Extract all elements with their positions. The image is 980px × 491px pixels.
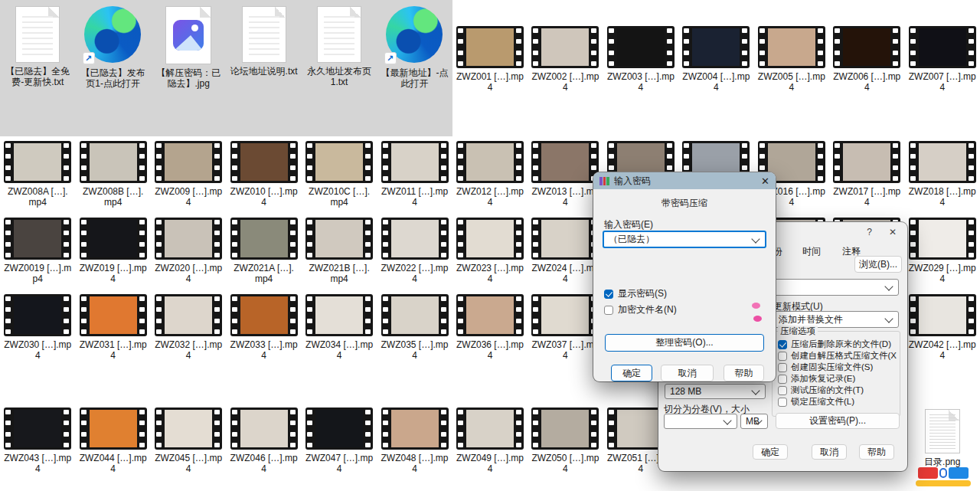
show-password-checkbox[interactable]: 显示密码(S) (604, 287, 667, 300)
password-input[interactable]: （已隐去） (603, 231, 766, 248)
video-file[interactable]: ZWZ008B […].mp4 (75, 136, 150, 213)
file-label: ZWZ050 […].mp4 (529, 453, 601, 474)
edge-shortcut[interactable]: ↗【最新地址】-点此打开 (377, 0, 452, 136)
organize-passwords-button[interactable]: 整理密码(O)... (605, 334, 764, 352)
password-input-label: 输入密码(E) (604, 218, 653, 231)
file-label: ZWZ043 […].mp4 (2, 453, 74, 474)
close-icon[interactable]: ✕ (889, 227, 897, 237)
ok-button[interactable]: 确定 (753, 444, 788, 460)
video-file[interactable]: ZWZ030 […].mp4 (0, 290, 75, 403)
video-file[interactable]: ZWZ044 […].mp4 (75, 403, 150, 491)
video-file[interactable]: ZWZ007 […].mp4 (905, 0, 980, 136)
video-file[interactable]: ZWZ046 […].mp4 (226, 403, 301, 491)
compression-option-checkbox[interactable]: 测试压缩的文件(T) (778, 385, 897, 396)
video-file[interactable]: ZWZ031 […].mp4 (75, 290, 150, 403)
help-button[interactable]: 帮助 (724, 365, 764, 381)
encrypt-filenames-checkbox[interactable]: 加密文件名(N) (604, 303, 677, 316)
video-file-icon (456, 26, 524, 68)
video-file[interactable]: ZWZ042 […].mp4 (905, 290, 980, 403)
video-thumbnail (315, 220, 363, 257)
video-file-icon (531, 218, 599, 260)
help-button[interactable]: 帮助 (859, 444, 894, 460)
ok-button[interactable]: 确定 (611, 365, 652, 381)
file-label: ZWZ021A […].mp4 (227, 263, 299, 284)
password-dialog: 输入密码 ✕ 带密码压缩 输入密码(E) （已隐去） 显示密码(S) 加密文件名… (593, 172, 776, 381)
video-file-icon (80, 408, 147, 450)
video-file[interactable]: ZWZ011 […].mp4 (377, 136, 452, 213)
video-file[interactable]: ZWZ0019 […].mp4 (0, 213, 75, 290)
compression-option-checkbox[interactable]: 锁定压缩文件(L) (778, 396, 897, 408)
video-file[interactable]: ZWZ024 […].mp4 (528, 213, 603, 290)
video-file[interactable]: ZWZ029 […].mp4 (905, 213, 980, 290)
video-file[interactable]: ZWZ009 […].mp4 (151, 136, 226, 213)
video-file-icon (531, 294, 599, 336)
text-file[interactable]: 永久地址发布页1.txt (302, 0, 377, 136)
cancel-button[interactable]: 取消 (812, 444, 847, 460)
video-file[interactable]: ZWZ022 […].mp4 (377, 213, 452, 290)
browse-button[interactable]: 浏览(B)... (854, 256, 902, 273)
video-file[interactable]: ZWZ010C […].mp4 (302, 136, 377, 213)
video-file[interactable]: ZWZ008A […].mp4 (0, 136, 75, 213)
video-file[interactable]: ZWZ021B […].mp4 (302, 213, 377, 290)
text-file[interactable]: 论坛地址说明.txt (226, 0, 301, 136)
video-file[interactable]: ZWZ010 […].mp4 (226, 136, 301, 213)
compression-option-checkbox[interactable]: 添加恢复记录(E) (778, 373, 897, 385)
image-file[interactable]: 【解压密码：已隐去】.jpg (151, 0, 226, 136)
video-file-icon (909, 294, 976, 336)
text-file[interactable]: 【已隐去】全免费-更新快.txt (0, 0, 75, 136)
video-thumbnail (14, 296, 61, 334)
video-file[interactable]: ZWZ043 […].mp4 (0, 403, 75, 491)
video-file[interactable]: ZWZ004 […].mp4 (678, 0, 753, 136)
cancel-button[interactable]: 取消 (661, 365, 714, 381)
video-file[interactable]: ZWZ006 […].mp4 (829, 0, 904, 136)
close-icon[interactable]: ✕ (761, 176, 769, 186)
dictionary-size-combobox[interactable]: 128 MB (665, 384, 766, 399)
video-file-icon (305, 294, 373, 336)
compression-option-checkbox[interactable]: 压缩后删除原来的文件(D) (778, 339, 897, 350)
video-thumbnail (919, 220, 966, 257)
edge-shortcut[interactable]: ↗【已隐去】发布页1-点此打开 (75, 0, 150, 136)
video-file[interactable]: ZWZ045 […].mp4 (151, 403, 226, 491)
video-file[interactable]: ZWZ001 […].mp4 (452, 0, 528, 136)
tab-2[interactable]: 时间 (802, 245, 821, 258)
video-file[interactable]: ZWZ050 […].mp4 (528, 403, 603, 491)
video-file[interactable]: ZWZ005 […].mp4 (754, 0, 829, 136)
video-thumbnail (843, 28, 890, 66)
video-file[interactable]: ZWZ049 […].mp4 (452, 403, 528, 491)
video-file[interactable]: ZWZ023 […].mp4 (452, 213, 528, 290)
file-label: ZWZ008A […].mp4 (2, 186, 74, 208)
video-file[interactable]: ZWZ013 […].mp4 (528, 136, 603, 213)
split-unit-combobox[interactable]: MB (740, 414, 768, 429)
watermark-red-block (918, 467, 938, 479)
video-file[interactable]: ZWZ037 […].mp4 (528, 290, 603, 403)
shortcut-arrow-icon: ↗ (83, 52, 95, 64)
video-thumbnail (240, 220, 288, 257)
split-size-combobox[interactable] (664, 414, 737, 429)
video-file[interactable]: ZWZ048 […].mp4 (377, 403, 452, 491)
compression-option-checkbox[interactable]: 创建自解压格式压缩文件(X) (778, 350, 897, 362)
video-file[interactable]: ZWZ017 […].mp4 (829, 136, 904, 213)
video-file-icon (230, 218, 298, 260)
video-file[interactable]: ZWZ012 […].mp4 (452, 136, 528, 213)
video-file[interactable]: ZWZ021A […].mp4 (226, 213, 301, 290)
file-label: ZWZ0019 […].mp4 (2, 263, 74, 284)
video-file[interactable]: ZWZ002 […].mp4 (528, 0, 603, 136)
video-file[interactable]: ZWZ003 […].mp4 (603, 0, 678, 136)
help-icon[interactable]: ? (867, 227, 872, 237)
mouse-icon (939, 468, 947, 478)
video-file[interactable]: ZWZ047 […].mp4 (302, 403, 377, 491)
video-file[interactable]: ZWZ033 […].mp4 (226, 290, 301, 403)
video-file[interactable]: ZWZ036 […].mp4 (452, 290, 528, 403)
video-file[interactable]: ZWZ035 […].mp4 (377, 290, 452, 403)
video-file[interactable]: ZWZ020 […].mp4 (151, 213, 226, 290)
video-thumbnail (391, 220, 439, 257)
file-label: ZWZ037 […].mp4 (529, 339, 601, 361)
video-file[interactable]: ZWZ019 […].mp4 (75, 213, 150, 290)
video-file[interactable]: ZWZ018 […].mp4 (905, 136, 980, 213)
compression-option-label: 创建固实压缩文件(S) (791, 362, 873, 373)
compression-option-checkbox[interactable]: 创建固实压缩文件(S) (778, 362, 897, 373)
file-label: ZWZ023 […].mp4 (454, 263, 526, 284)
set-password-button[interactable]: 设置密码(P)... (776, 413, 900, 429)
video-file[interactable]: ZWZ034 […].mp4 (302, 290, 377, 403)
video-file[interactable]: ZWZ032 […].mp4 (151, 290, 226, 403)
